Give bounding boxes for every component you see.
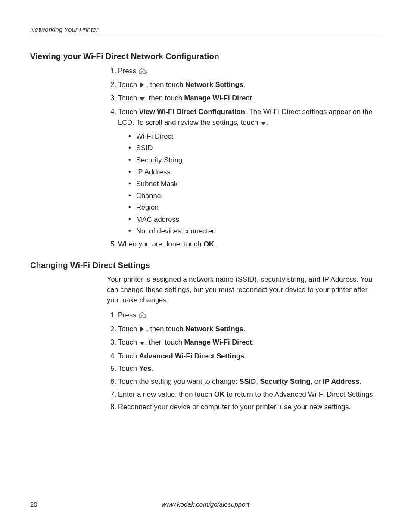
step: Reconnect your device or computer to you… (107, 401, 381, 413)
running-header: Networking Your Printer (30, 26, 381, 36)
footer-url: www.kodak.com/go/aiosupport (30, 501, 381, 508)
text: . (266, 118, 268, 126)
bold-text: Network Settings (185, 81, 243, 88)
text: , then touch (145, 94, 184, 102)
step: Touch Yes. (107, 363, 381, 374)
bold-text: IP Address (323, 377, 359, 385)
list-item: Wi-Fi Direct (128, 131, 381, 142)
step: Touch , then touch Manage Wi-Fi Direct. (107, 93, 381, 105)
text: . (243, 81, 246, 88)
text: Touch the setting you want to change: (118, 377, 240, 385)
bold-text: Manage Wi-Fi Direct (184, 338, 252, 346)
home-icon (138, 66, 146, 78)
text: , or (311, 377, 323, 385)
bold-text: SSID (240, 377, 256, 385)
text: . (252, 94, 254, 102)
page-footer: 20 www.kodak.com/go/aiosupport (30, 501, 381, 508)
text: , then touch (144, 81, 185, 88)
section1-steps: Press . Touch , then touch Network Setti… (107, 65, 381, 249)
text: When you are done, touch (118, 240, 203, 248)
section2-heading: Changing Wi-Fi Direct Settings (30, 261, 381, 270)
bold-text: Manage Wi-Fi Direct (184, 94, 252, 102)
arrow-right-icon (139, 324, 144, 336)
arrow-down-icon (260, 118, 266, 129)
step: Touch View Wi-Fi Direct Configuration. T… (107, 106, 381, 237)
step: Press . (107, 65, 381, 78)
step: Touch , then touch Manage Wi-Fi Direct. (107, 337, 381, 349)
text: . (214, 240, 216, 248)
step: Touch Advanced Wi-Fi Direct Settings. (107, 351, 381, 362)
text: Touch (118, 364, 139, 372)
list-item: Region (128, 202, 381, 213)
bold-text: Advanced Wi-Fi Direct Settings (139, 352, 245, 360)
step: Touch , then touch Network Settings. (107, 324, 381, 336)
bold-text: Yes (139, 364, 151, 372)
text: , then touch (145, 338, 184, 346)
bold-text: View Wi-Fi Direct Configuration (139, 108, 245, 115)
list-item: MAC address (128, 214, 381, 225)
page-number: 20 (30, 501, 37, 508)
step: When you are done, touch OK. (107, 239, 381, 250)
arrow-down-icon (139, 338, 145, 349)
section1-heading: Viewing your Wi-Fi Direct Network Config… (30, 52, 381, 61)
bold-text: Security String (260, 377, 310, 385)
text: . (151, 364, 153, 372)
step: Enter a new value, then touch OK to retu… (107, 389, 381, 400)
section2-steps: Press . Touch , then touch Network Setti… (107, 310, 381, 413)
section1-bullets: Wi-Fi Direct SSID Security String IP Add… (128, 131, 381, 237)
text: Touch (118, 108, 139, 115)
text: . (146, 311, 148, 319)
step: Touch , then touch Network Settings. (107, 79, 381, 91)
bold-text: Network Settings (185, 325, 243, 333)
text: . (146, 67, 148, 75)
text: Touch (118, 338, 139, 346)
text: . (252, 338, 254, 346)
text: Touch (118, 352, 139, 360)
text: Touch (118, 81, 139, 88)
list-item: Security String (128, 155, 381, 166)
arrow-right-icon (139, 80, 144, 91)
list-item: Channel (128, 190, 381, 202)
text: Press (118, 311, 138, 319)
text: Touch (118, 325, 139, 333)
text: Enter a new value, then touch (118, 390, 214, 398)
arrow-down-icon (139, 93, 145, 105)
step: Press . (107, 310, 381, 322)
text: to return to the Advanced Wi-Fi Direct S… (225, 390, 375, 398)
list-item: Subnet Mask (128, 178, 381, 190)
text: . (243, 325, 246, 333)
text: Touch (118, 94, 139, 102)
section2-intro: Your printer is assigned a network name … (107, 274, 381, 305)
bold-text: OK (214, 390, 225, 398)
bold-text: OK (203, 240, 214, 248)
text: . (359, 377, 361, 385)
list-item: IP Address (128, 167, 381, 178)
list-item: SSID (128, 143, 381, 154)
list-item: No. of devices connected (128, 226, 381, 237)
step: Touch the setting you want to change: SS… (107, 376, 381, 387)
home-icon (138, 311, 146, 322)
text: , (256, 377, 260, 385)
text: Press (118, 67, 138, 75)
section1-content: Press . Touch , then touch Network Setti… (107, 65, 381, 249)
section2-content: Your printer is assigned a network name … (107, 274, 381, 412)
text: . (244, 352, 246, 360)
text: , then touch (144, 325, 185, 333)
